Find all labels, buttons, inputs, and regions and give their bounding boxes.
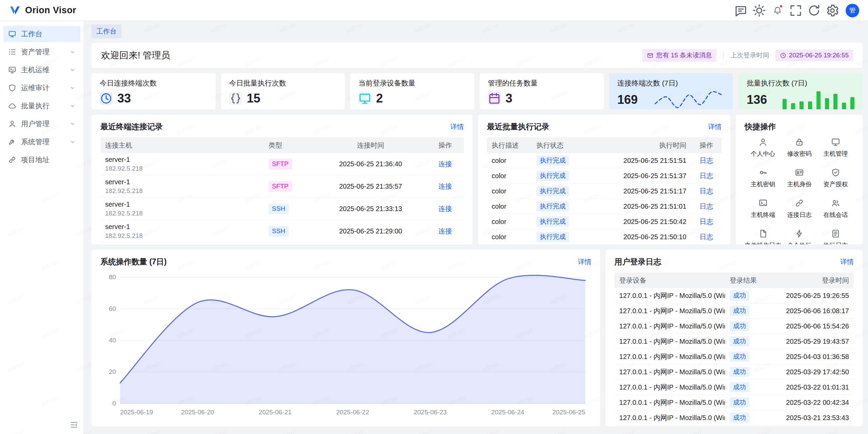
breadcrumb-item-workbench[interactable]: 工作台 (92, 24, 121, 38)
sidebar-item-system-management[interactable]: 系统管理 (3, 134, 80, 150)
sidebar-item-label: 主机运维 (21, 65, 65, 75)
unread-messages-text: 您有 15 条未读消息 (656, 51, 712, 60)
log-link[interactable]: 日志 (699, 203, 713, 210)
stat-title: 批量执行次数 (7日) (747, 78, 854, 88)
logo: Orion Visor (9, 4, 76, 17)
sidebar-item-batch-exec[interactable]: 批量执行 (3, 98, 80, 114)
result-badge: 成功 (730, 290, 749, 301)
exec-desc: color (487, 218, 532, 226)
quick-action-connection-logs[interactable]: 连接日志 (781, 199, 817, 219)
monitor-icon (358, 92, 371, 105)
table-row: server-1182.92.5.218 SSH 2025-06-25 21:3… (100, 198, 464, 220)
breadcrumb: 工作台 (92, 25, 863, 37)
connect-link[interactable]: 连接 (438, 160, 452, 168)
quick-action-command-exec[interactable]: 命令执行 (781, 229, 817, 244)
sidebar-item-user-management[interactable]: 用户管理 (3, 116, 80, 132)
sidebar-item-host-ops[interactable]: 主机运维 (3, 62, 80, 78)
col-desc: 执行描述 (487, 141, 532, 150)
log-link[interactable]: 日志 (699, 172, 713, 180)
quick-action-asset-auth[interactable]: 资产授权 (817, 168, 854, 188)
fullscreen-icon[interactable] (789, 3, 803, 18)
panel-title: 最近批量执行记录 (487, 121, 549, 132)
user-icon (758, 137, 768, 147)
log-link[interactable]: 日志 (699, 218, 713, 225)
login-device: 127.0.0.1 - 内网IP - Mozilla/5.0 (Windows … (614, 367, 725, 377)
message-icon[interactable] (734, 3, 748, 18)
sidebar-item-asset-management[interactable]: 资产管理 (3, 44, 80, 60)
sidebar-collapse-icon[interactable] (70, 420, 78, 429)
ops-detail-link[interactable]: 详情 (578, 257, 591, 266)
quick-action-host-keys[interactable]: 主机密钥 (745, 168, 781, 188)
login-device: 127.0.0.1 - 内网IP - Mozilla/5.0 (Windows … (614, 383, 725, 392)
login-time: 2025-03-21 23:53:43 (769, 414, 854, 422)
theme-sun-icon[interactable] (752, 3, 766, 18)
login-device: 127.0.0.1 - 内网IP - Mozilla/5.0 (Windows … (614, 352, 725, 361)
result-badge: 成功 (730, 306, 749, 316)
status-badge: 执行完成 (536, 171, 569, 181)
table-row: color 执行完成 2025-06-25 21:50:42 日志 (487, 214, 722, 229)
sidebar: 工作台 资产管理 主机运维 运维审计 批量执行 用户管理 (0, 21, 84, 434)
quick-action-exec-logs[interactable]: 执行日志 (817, 229, 854, 244)
quick-action-online-sessions[interactable]: 在线会话 (817, 199, 854, 219)
welcome-banner: 欢迎回来! 管理员 您有 15 条未读消息 | 上次登录时间 2025-06-2… (92, 43, 863, 68)
table-row: 127.0.0.1 - 内网IP - Mozilla/5.0 (Windows … (614, 303, 854, 319)
log-link[interactable]: 日志 (699, 233, 713, 241)
host-ip: 182.92.5.218 (105, 164, 259, 173)
refresh-icon[interactable] (807, 3, 821, 18)
sidebar-item-workbench[interactable]: 工作台 (3, 26, 80, 42)
sidebar-item-ops-audit[interactable]: 运维审计 (3, 80, 80, 96)
host-name: server-1 (105, 177, 259, 187)
table-row: server-1182.92.5.218 SFTP 2025-06-25 21:… (100, 153, 464, 175)
log-link[interactable]: 日志 (699, 157, 713, 164)
connect-link[interactable]: 连接 (438, 227, 452, 235)
cloud-icon (8, 102, 16, 110)
table-row: color 执行完成 2025-06-25 21:51:01 日志 (487, 199, 722, 214)
quick-action-host-identity[interactable]: 主机身份 (781, 168, 817, 188)
table-row: color 执行完成 2025-06-25 21:51:37 日志 (487, 168, 722, 184)
stat-value: 33 (117, 91, 131, 106)
exec-time: 2025-06-25 21:51:37 (589, 172, 691, 180)
login-device: 127.0.0.1 - 内网IP - Mozilla/5.0 (Windows … (614, 398, 725, 407)
login-detail-link[interactable]: 详情 (840, 257, 854, 266)
recent-terminal-panel: 最近终端连接记录 详情 连接主机 类型 连接时间 操作 server-1182.… (92, 115, 473, 244)
log-link[interactable]: 日志 (699, 187, 713, 195)
col-result: 登录结果 (725, 276, 769, 285)
quick-action-change-password[interactable]: 修改密码 (781, 137, 817, 158)
top-header: Orion Visor 管 (0, 0, 868, 21)
svg-text:2025-06-20: 2025-06-20 (181, 409, 214, 416)
sidebar-item-project-url[interactable]: 项目地址 (3, 152, 80, 168)
table-row: 127.0.0.1 - 内网IP - Mozilla/5.0 (Windows … (614, 410, 854, 426)
result-badge: 成功 (730, 397, 749, 408)
connect-link[interactable]: 连接 (438, 183, 452, 190)
app-title: Orion Visor (25, 5, 76, 16)
batch-detail-link[interactable]: 详情 (708, 122, 722, 131)
unread-messages-badge[interactable]: 您有 15 条未读消息 (643, 49, 716, 62)
table-row: 127.0.0.1 - 内网IP - Mozilla/5.0 (Windows … (614, 288, 854, 303)
connect-time: 2025-06-25 21:29:00 (315, 227, 427, 235)
chevron-down-icon (70, 139, 76, 145)
connect-link[interactable]: 连接 (438, 205, 452, 212)
exec-time: 2025-06-25 21:50:42 (589, 218, 691, 226)
sidebar-item-label: 项目地址 (21, 155, 76, 165)
host-name: server-1 (105, 222, 259, 231)
clock-icon (100, 92, 113, 105)
quick-action-file-op-logs[interactable]: 文件操作日志 (745, 229, 781, 244)
avatar[interactable]: 管 (846, 4, 859, 17)
system-operations-chart: 0204060802025-06-192025-06-202025-06-212… (100, 272, 591, 418)
shield-icon (8, 84, 16, 92)
terminal-detail-link[interactable]: 详情 (450, 122, 464, 131)
svg-text:2025-06-24: 2025-06-24 (491, 409, 525, 416)
quick-action-host-management[interactable]: 主机管理 (817, 137, 854, 158)
col-status: 执行状态 (532, 141, 589, 150)
quick-action-host-terminal[interactable]: 主机终端 (745, 199, 781, 219)
quick-action-profile[interactable]: 个人中心 (745, 137, 781, 158)
stat-value: 3 (506, 91, 512, 106)
stat-value: 136 (747, 93, 767, 107)
settings-gear-icon[interactable] (825, 3, 840, 18)
sidebar-item-label: 工作台 (21, 29, 76, 39)
stat-value: 2 (376, 91, 383, 106)
table-row: 127.0.0.1 - 内网IP - Mozilla/5.0 (Windows … (614, 319, 854, 334)
type-badge: SFTP (269, 159, 292, 169)
calendar-icon (488, 92, 501, 105)
notification-bell-icon[interactable] (770, 3, 785, 18)
